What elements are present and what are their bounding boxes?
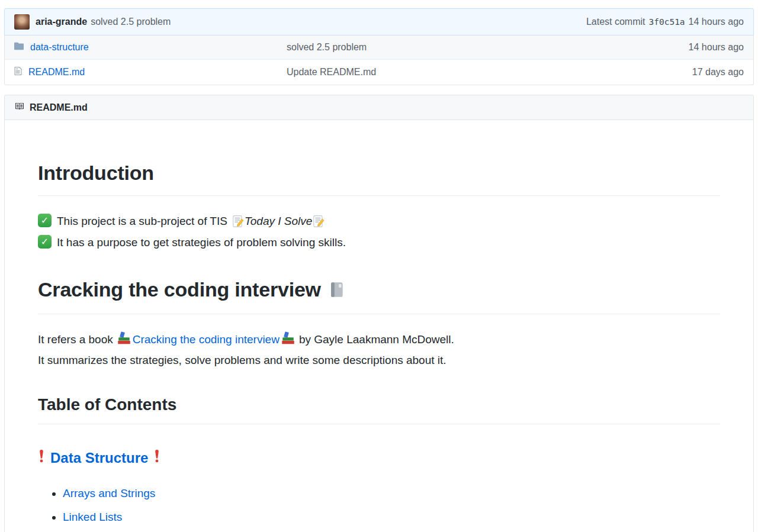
readme-body: Introduction This project is a sub-proje… [5, 120, 753, 532]
books-emoji [281, 331, 296, 352]
list-item: Arrays and Strings [63, 485, 720, 503]
notebook-emoji [328, 275, 345, 308]
commit-hash[interactable]: 3f0c51a [648, 17, 685, 27]
intro-line2-text: It has a purpose to get strategies of pr… [57, 236, 346, 249]
file-name-cell: README.md [14, 66, 287, 78]
book-line1-author: by Gayle Laakmann McDowell. [299, 333, 454, 346]
file-link[interactable]: README.md [28, 67, 85, 78]
book-line2-text: It summarizes the strategies, solve prob… [38, 354, 447, 366]
check-emoji [38, 235, 52, 249]
readme-header: README.md [5, 95, 753, 120]
intro-italic-text: Today I Solve [245, 215, 312, 227]
file-link[interactable]: data-structure [30, 42, 89, 53]
books-emoji [117, 331, 131, 352]
book-link[interactable]: Cracking the coding interview [133, 333, 280, 346]
file-commit-message[interactable]: solved 2.5 problem [287, 42, 689, 53]
file-commit-message[interactable]: Update README.md [287, 67, 692, 78]
list-item: Linked Lists [63, 508, 720, 527]
readme-card: README.md Introduction This project is a… [4, 95, 754, 532]
heading-cracking-text: Cracking the coding interview [38, 278, 321, 301]
toc-list: Arrays and Strings Linked Lists [38, 485, 720, 527]
intro-line1-text: This project is a sub-project of TIS [57, 215, 227, 227]
table-row: data-structure solved 2.5 problem 14 hou… [5, 36, 753, 59]
commit-message: solved 2.5 problem [91, 17, 171, 27]
toc-link-arrays[interactable]: Arrays and Strings [63, 487, 155, 499]
check-emoji [38, 214, 52, 227]
file-commit-time: 17 days ago [692, 67, 744, 78]
avatar[interactable] [14, 14, 30, 30]
commit-author[interactable]: aria-grande [36, 17, 87, 27]
commit-bar: aria-grande solved 2.5 problem Latest co… [4, 8, 754, 36]
folder-icon [14, 42, 24, 53]
data-structure-link[interactable]: Data Structure [50, 447, 148, 470]
latest-commit-info: Latest commit 3f0c51a 14 hours ago [586, 17, 744, 27]
heading-cracking: Cracking the coding interview [38, 273, 720, 314]
memo-emoji [232, 215, 245, 234]
book-line1-text: It refers a book [38, 333, 113, 346]
toc-link-linked-lists[interactable]: Linked Lists [63, 511, 122, 523]
memo-emoji [312, 215, 325, 234]
exclamation-emoji [153, 447, 160, 470]
file-commit-time: 14 hours ago [689, 42, 744, 53]
file-table: data-structure solved 2.5 problem 14 hou… [4, 36, 754, 85]
heading-introduction: Introduction [38, 157, 720, 196]
heading-toc: Table of Contents [38, 391, 720, 424]
exclamation-emoji [38, 447, 45, 470]
readme-title: README.md [30, 102, 88, 113]
file-icon [14, 66, 22, 78]
latest-commit-label: Latest commit [586, 17, 645, 27]
book-paragraph: It refers a bookCracking the coding inte… [38, 331, 720, 370]
intro-paragraph: This project is a sub-project of TISToda… [38, 212, 720, 252]
commit-time: 14 hours ago [689, 17, 744, 27]
table-row: README.md Update README.md 17 days ago [5, 59, 753, 85]
book-icon [14, 102, 24, 113]
heading-data-structure: Data Structure [38, 447, 720, 470]
file-name-cell: data-structure [14, 42, 287, 53]
